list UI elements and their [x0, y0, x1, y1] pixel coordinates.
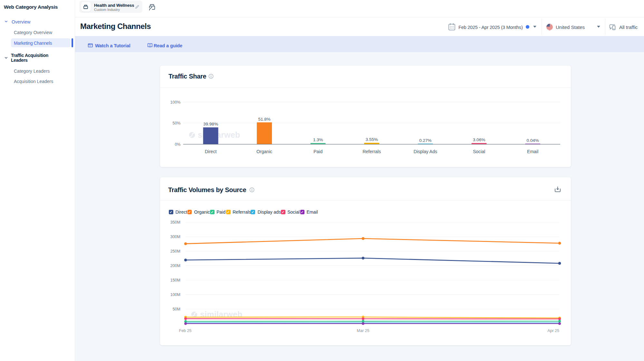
svg-text:100M: 100M: [170, 292, 180, 297]
svg-text:300M: 300M: [170, 235, 180, 239]
svg-text:Mar 25: Mar 25: [357, 329, 370, 333]
svg-text:350M: 350M: [170, 220, 180, 225]
svg-text:51.8%: 51.8%: [258, 117, 270, 122]
svg-text:1.3%: 1.3%: [313, 137, 323, 142]
svg-text:0.04%: 0.04%: [526, 138, 539, 143]
svg-text:Display Ads: Display Ads: [414, 149, 437, 154]
svg-text:50%: 50%: [172, 121, 180, 125]
svg-text:150M: 150M: [170, 278, 180, 282]
svg-text:250M: 250M: [170, 249, 180, 254]
svg-text:Feb 25: Feb 25: [179, 329, 192, 333]
svg-text:Referrals: Referrals: [362, 149, 381, 154]
svg-text:200M: 200M: [170, 264, 180, 268]
svg-text:Organic: Organic: [256, 149, 272, 154]
svg-text:3.55%: 3.55%: [366, 137, 378, 142]
svg-text:Email: Email: [527, 149, 538, 154]
svg-text:Apr 25: Apr 25: [547, 329, 559, 333]
svg-text:0%: 0%: [175, 142, 180, 147]
svg-text:50M: 50M: [173, 307, 180, 311]
svg-text:39.98%: 39.98%: [203, 122, 218, 126]
svg-text:Social: Social: [473, 149, 485, 154]
svg-text:3.06%: 3.06%: [473, 137, 485, 142]
svg-text:0.27%: 0.27%: [419, 138, 431, 143]
svg-text:Paid: Paid: [313, 149, 322, 154]
svg-text:Direct: Direct: [205, 149, 217, 154]
svg-text:100%: 100%: [170, 100, 181, 105]
